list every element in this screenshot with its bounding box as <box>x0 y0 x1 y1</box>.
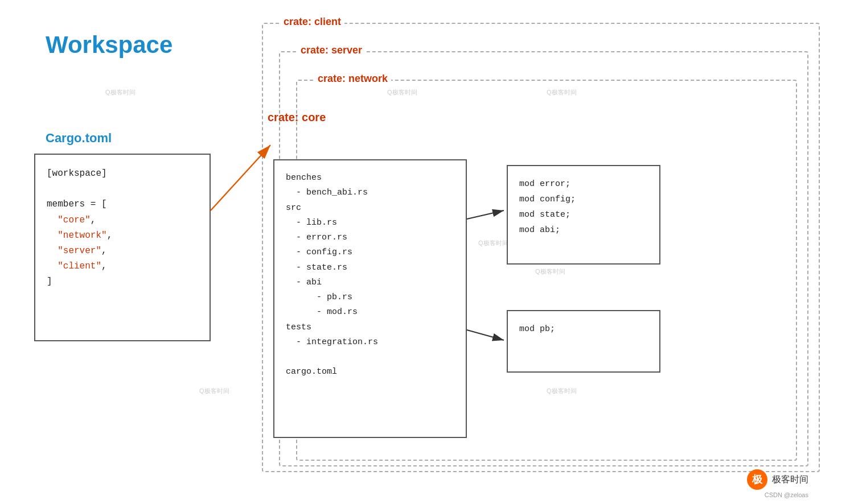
watermark-2: Q极客时间 <box>387 88 417 97</box>
brand-container: 极 极客时间 <box>747 469 808 490</box>
ft-error: - error.rs <box>286 233 347 242</box>
ft-cargo: cargo.toml <box>286 367 337 377</box>
ft-benches: benches <box>286 173 322 183</box>
ft-src: src <box>286 203 301 213</box>
cargo-line-3: "core", <box>47 215 96 225</box>
mod-pb-box: mod pb; <box>507 310 660 373</box>
cargo-line-5: "server", <box>47 246 107 256</box>
mod-declarations-box: mod error; mod config; mod state; mod ab… <box>507 165 660 265</box>
ft-integration: - integration.rs <box>286 337 378 347</box>
mod-abi: mod abi; <box>519 225 560 235</box>
cargo-line-7: ] <box>47 276 52 287</box>
mod-pb: mod pb; <box>519 324 555 334</box>
crate-core-label: crate: core <box>268 111 326 124</box>
cargo-box: [workspace] members = [ "core", "network… <box>34 154 211 341</box>
file-tree-box: benches - bench_abi.rs src - lib.rs - er… <box>273 159 467 438</box>
ft-lib: - lib.rs <box>286 218 337 228</box>
mod-config: mod config; <box>519 195 576 204</box>
brand-text: 极客时间 <box>772 474 808 486</box>
watermark-5: Q极客时间 <box>535 267 565 276</box>
cargo-line-4: "network", <box>47 230 112 241</box>
cargo-line-1: [workspace] <box>47 168 107 179</box>
watermark-3: Q极客时间 <box>547 88 577 97</box>
csdn-attribution: CSDN @zeloas <box>765 491 808 498</box>
ft-pb: - pb.rs <box>286 292 352 302</box>
cargo-line-6: "client", <box>47 261 107 271</box>
page-title: Workspace <box>46 31 173 59</box>
watermark-1: Q极客时间 <box>105 88 136 97</box>
watermark-4: Q极客时间 <box>478 239 508 247</box>
ft-abi: - abi <box>286 278 322 287</box>
cargo-line-2: members = [ <box>47 199 107 209</box>
cargo-label: Cargo.toml <box>46 131 112 146</box>
mod-error: mod error; <box>519 179 570 189</box>
mod-state: mod state; <box>519 210 570 220</box>
ft-config: - config.rs <box>286 247 352 257</box>
page: Workspace Cargo.toml [workspace] members… <box>0 0 854 504</box>
watermark-8: Q极客时间 <box>547 387 577 395</box>
brand-icon: 极 <box>747 469 767 490</box>
ft-bench-abi: - bench_abi.rs <box>286 188 368 197</box>
ft-state: - state.rs <box>286 263 347 272</box>
ft-mod: - mod.rs <box>286 307 358 317</box>
crate-network-label: crate: network <box>314 73 391 85</box>
crate-server-label: crate: server <box>297 44 366 56</box>
watermark-6: Q极客时间 <box>199 387 229 395</box>
crate-client-label: crate: client <box>280 16 344 28</box>
ft-tests: tests <box>286 323 311 332</box>
